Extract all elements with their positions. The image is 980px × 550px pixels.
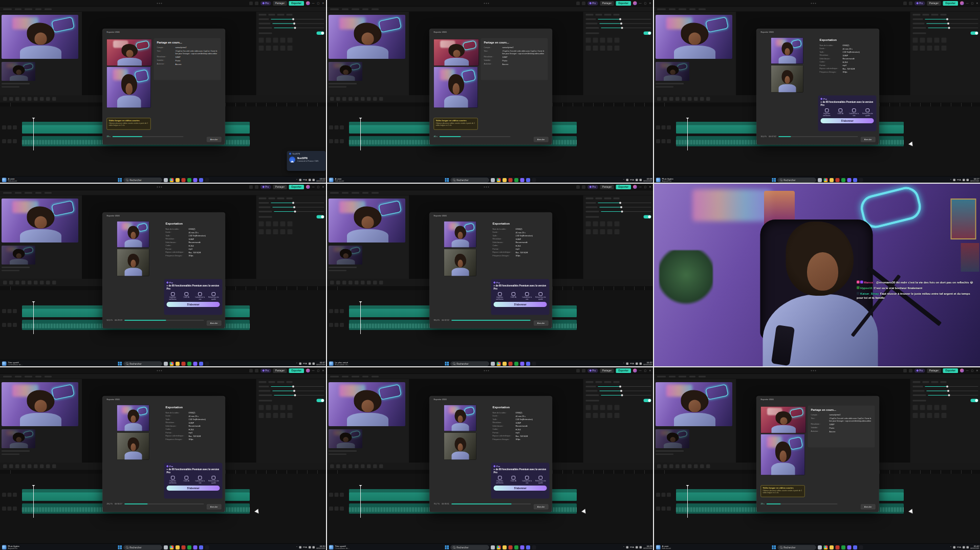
tab-skeleton[interactable] [614,381,620,383]
export-button[interactable]: Exporter [289,368,304,373]
tab-skeleton[interactable] [330,192,339,193]
opera-gx-icon[interactable] [508,178,512,182]
timeline-tool-icon[interactable] [21,97,26,101]
volume-icon[interactable] [312,363,315,365]
tool-button[interactable] [913,413,918,418]
tab-skeleton[interactable] [25,8,32,10]
chrome-icon[interactable] [496,178,500,182]
property-slider[interactable] [925,19,978,19]
slider-knob[interactable] [946,18,948,20]
toggle-switch[interactable] [317,399,324,403]
pro-badge[interactable]: Pro [260,1,271,5]
tab-skeleton[interactable] [657,376,666,377]
tab-skeleton[interactable] [287,14,293,16]
media-clip-thumbnail[interactable] [329,199,405,243]
track-header-icon[interactable] [13,323,17,327]
slider-knob[interactable] [948,27,950,29]
tab-skeleton[interactable] [277,14,285,16]
taskbar-clock[interactable]: 04:3206/03/2026 [643,361,652,366]
photos-icon[interactable] [193,362,197,366]
tab-skeleton[interactable] [941,381,947,383]
tab-skeleton[interactable] [35,192,41,193]
property-slider[interactable] [928,28,978,28]
explorer-icon[interactable] [503,178,507,182]
timeline-tool-icon[interactable] [373,281,377,285]
track-header-icon[interactable] [8,507,12,511]
tool-button[interactable] [607,38,613,43]
track-header-icon[interactable] [13,309,17,313]
timeline-tool-icon[interactable] [694,465,698,469]
timeline-tool-icon[interactable] [28,97,32,101]
start-button[interactable] [118,178,122,182]
track-header-icon[interactable] [13,139,17,143]
tool-button[interactable] [615,405,620,410]
tool-button[interactable] [600,405,605,410]
share-button[interactable]: Partager [600,185,614,189]
discord-icon[interactable] [526,178,530,182]
tab-skeleton[interactable] [45,376,52,377]
tool-button[interactable] [607,229,613,234]
property-slider[interactable] [600,24,651,24]
slider-knob[interactable] [292,18,294,20]
pro-badge[interactable]: Pro [914,1,925,5]
account-avatar[interactable] [633,185,637,189]
timeline-tool-icon[interactable] [330,465,334,469]
tool-button[interactable] [615,222,620,227]
layout-icon[interactable] [249,185,253,189]
track-header-icon[interactable] [2,493,6,497]
tab-skeleton[interactable] [277,197,285,200]
tool-button[interactable] [273,222,278,227]
taskbar-clock[interactable]: 03:5206/03/2026 [316,178,325,182]
property-slider[interactable] [274,395,324,395]
timeline-tool-icon[interactable] [361,281,365,285]
tab-skeleton[interactable] [689,8,695,10]
timeline-tool-icon[interactable] [676,465,680,469]
timeline-tool-icon[interactable] [52,97,56,101]
tool-button[interactable] [586,38,591,43]
toggle-switch[interactable] [971,399,978,403]
photos-icon[interactable] [520,362,524,366]
xbox-icon[interactable] [841,178,845,182]
account-avatar[interactable] [306,185,310,189]
nordvpn-notification[interactable]: NordVPNNordVPNConnecté à France #105 [287,151,326,171]
timeline-tool-icon[interactable] [367,465,371,469]
timeline-tool-icon[interactable] [663,97,667,101]
network-icon[interactable] [963,179,965,182]
timeline-tool-icon[interactable] [361,97,365,101]
widgets-button[interactable]: À venirNébulosité [329,177,344,183]
timeline-tool-icon[interactable] [21,465,26,469]
timeline-tool-icon[interactable] [657,97,661,101]
export-button[interactable]: Exporter [616,185,631,189]
cloud-icon[interactable] [909,369,912,372]
tool-button[interactable] [586,413,591,418]
photos-icon[interactable] [847,178,851,182]
layout-icon[interactable] [576,2,580,5]
explorer-icon[interactable] [503,545,507,549]
track-header-icon[interactable] [13,507,17,511]
tab-skeleton[interactable] [330,376,339,377]
timeline-tool-icon[interactable] [688,465,692,469]
taskbar-search[interactable]: Rechercher [450,178,489,182]
track-header-icon[interactable] [8,125,12,129]
timeline-tool-icon[interactable] [336,281,340,285]
property-slider[interactable] [601,395,651,395]
minimize-icon[interactable]: — [312,2,315,5]
taskbar-clock[interactable]: 04:1706/03/2026 [970,178,979,182]
taskbar-search[interactable]: Rechercher [123,361,162,366]
cancel-button[interactable]: Annuler [534,321,549,326]
track-header-icon[interactable] [2,125,6,129]
xbox-icon[interactable] [841,545,845,549]
tab-skeleton[interactable] [931,381,939,383]
slider-knob[interactable] [619,386,621,388]
photos-icon[interactable] [520,178,524,182]
task-view-icon[interactable] [818,545,822,549]
opera-gx-icon[interactable] [181,362,185,366]
share-button[interactable]: Partager [600,368,614,373]
track-header-icon[interactable] [667,493,671,497]
tool-button[interactable] [593,229,598,234]
tab-skeleton[interactable] [342,192,349,193]
tool-button[interactable] [259,46,264,51]
slider-knob[interactable] [947,390,949,392]
media-clip-thumbnail[interactable] [656,382,732,426]
timeline-tool-icon[interactable] [373,97,377,101]
